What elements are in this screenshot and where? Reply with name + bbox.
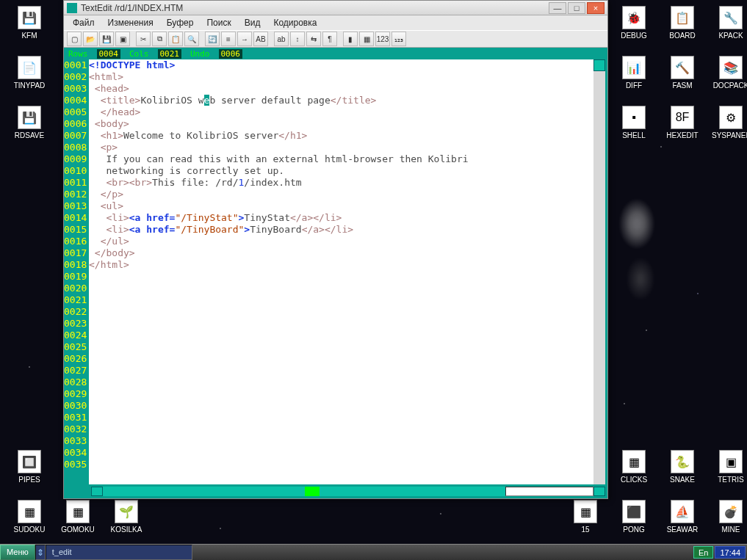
code-line[interactable]: networking is correctly set up.	[89, 165, 593, 177]
tray-lang[interactable]: En	[693, 546, 713, 559]
search-field[interactable]	[505, 487, 593, 496]
hscroll-thumb[interactable]	[305, 487, 320, 496]
new-button[interactable]: ▢	[67, 32, 82, 46]
desktop-icon-kpack[interactable]: 🔧KPACK	[709, 6, 747, 40]
desktop-icon-kosilka[interactable]: 🌱KOSILKA	[104, 500, 148, 534]
scroll-left-button[interactable]	[91, 487, 103, 496]
code-line[interactable]: <head>	[89, 83, 593, 95]
num2-button[interactable]: ₁₂₃	[391, 32, 406, 46]
code-line[interactable]	[89, 435, 593, 447]
replace-button[interactable]: 🔄	[205, 32, 220, 46]
copy-button[interactable]: ⧉	[152, 32, 167, 46]
desktop-icon-pong[interactable]: ⬛PONG	[612, 500, 656, 534]
desktop-icon-shell[interactable]: ▪SHELL	[612, 106, 656, 139]
code-line[interactable]: </ul>	[89, 236, 593, 247]
code-line[interactable]: <br><br>This file: /rd/1/index.htm	[89, 177, 593, 189]
code-line[interactable]	[89, 330, 593, 341]
syntax-button[interactable]: ≡	[221, 32, 236, 46]
code-area[interactable]: <!DOCTYPE html><html> <head> <title>Koli…	[89, 59, 593, 484]
color1-button[interactable]: ▮	[343, 32, 358, 46]
desktop-icon-hexedit[interactable]: 8FHEXEDIT	[660, 106, 704, 139]
upper-button[interactable]: AB	[253, 32, 268, 46]
desktop-icon-seawar[interactable]: ⛵SEAWAR	[660, 500, 704, 534]
code-line[interactable]	[89, 459, 593, 470]
code-line[interactable]: <body>	[89, 118, 593, 130]
taskbar-task[interactable]: t_edit	[46, 545, 192, 560]
desktop-icon-sudoku[interactable]: ▦SUDOKU	[7, 500, 51, 534]
lower-button[interactable]: ab	[274, 32, 289, 46]
code-line[interactable]	[89, 353, 593, 365]
code-line[interactable]	[89, 341, 593, 353]
code-line[interactable]: If you can read this with an external ht…	[89, 153, 593, 165]
desktop-icon-rdsave[interactable]: 💾RDSAVE	[7, 106, 51, 139]
select-all-button[interactable]: ▣	[115, 32, 130, 46]
close-button[interactable]: ×	[587, 2, 605, 14]
code-line[interactable]	[89, 377, 593, 388]
taskbar-arrows[interactable]: ⇕	[35, 545, 46, 560]
menu-Изменения[interactable]: Изменения	[108, 18, 154, 28]
desktop-icon-snake[interactable]: 🐍SNAKE	[660, 450, 704, 484]
code-line[interactable]: </body>	[89, 247, 593, 259]
desktop-icon-mine[interactable]: 💣MINE	[709, 500, 747, 534]
minimize-button[interactable]: —	[549, 2, 566, 14]
menu-Файл[interactable]: Файл	[73, 18, 95, 28]
desktop-icon-tinypad[interactable]: 📄TINYPAD	[7, 56, 51, 90]
code-line[interactable]: <p>	[89, 142, 593, 153]
desktop-icon-diff[interactable]: 📊DIFF	[612, 56, 656, 90]
code-line[interactable]	[89, 306, 593, 318]
code-line[interactable]	[89, 283, 593, 294]
titlebar[interactable]: TextEdit /rd/1/INDEX.HTM — □ ×	[64, 1, 607, 15]
cut-button[interactable]: ✂	[136, 32, 151, 46]
code-line[interactable]: <html>	[89, 71, 593, 83]
toggle-button[interactable]: ⇆	[306, 32, 321, 46]
code-line[interactable]	[89, 412, 593, 423]
num1-button[interactable]: 123	[375, 32, 390, 46]
desktop-icon-tetris[interactable]: ▣TETRIS	[709, 450, 747, 484]
code-line[interactable]	[89, 423, 593, 435]
code-line[interactable]: <li><a href="/TinyBoard">TinyBoard</a></…	[89, 224, 593, 236]
menu-Вид[interactable]: Вид	[245, 18, 261, 28]
desktop-icon-board[interactable]: 📋BOARD	[660, 6, 704, 40]
code-line[interactable]: <!DOCTYPE html>	[89, 59, 593, 71]
find-button[interactable]: 🔍	[184, 32, 199, 46]
menu-Кодировка[interactable]: Кодировка	[273, 18, 317, 28]
hscroll-track[interactable]	[103, 487, 505, 496]
open-button[interactable]: 📂	[83, 32, 98, 46]
desktop-icon-15[interactable]: ▦15	[563, 500, 607, 534]
code-line[interactable]	[89, 388, 593, 400]
code-line[interactable]	[89, 294, 593, 306]
code-line[interactable]: </head>	[89, 106, 593, 118]
pilcrow-button[interactable]: ¶	[322, 32, 337, 46]
start-menu-button[interactable]: Меню	[0, 545, 35, 560]
vertical-scrollbar[interactable]	[593, 59, 605, 484]
desktop-icon-pipes[interactable]: 🔲PIPES	[7, 450, 51, 484]
desktop-icon-debug[interactable]: 🐞DEBUG	[612, 6, 656, 40]
invert-button[interactable]: ↕	[290, 32, 305, 46]
save-button[interactable]: 💾	[99, 32, 114, 46]
scroll-track[interactable]	[593, 71, 605, 484]
code-line[interactable]	[89, 365, 593, 377]
scroll-right-button[interactable]	[593, 487, 605, 496]
paste-button[interactable]: 📋	[168, 32, 183, 46]
code-line[interactable]: <li><a href="/TinyStat">TinyStat</a></li…	[89, 212, 593, 224]
code-line[interactable]	[89, 400, 593, 412]
code-line[interactable]: <title>KolibriOS web server default page…	[89, 95, 593, 106]
desktop-icon-fasm[interactable]: 🔨FASM	[660, 56, 704, 90]
code-line[interactable]	[89, 447, 593, 459]
desktop-icon-gomoku[interactable]: ▦GOMOKU	[56, 500, 100, 534]
menu-Поиск[interactable]: Поиск	[206, 18, 231, 28]
tray-time[interactable]: 17:44	[715, 546, 746, 559]
code-line[interactable]: </p>	[89, 189, 593, 200]
color2-button[interactable]: ▦	[359, 32, 374, 46]
desktop-icon-clicks[interactable]: ▦CLICKS	[612, 450, 656, 484]
code-line[interactable]	[89, 271, 593, 283]
goto-button[interactable]: →	[237, 32, 252, 46]
code-line[interactable]: </html>	[89, 259, 593, 271]
maximize-button[interactable]: □	[568, 2, 585, 14]
menu-Буфер[interactable]: Буфер	[167, 18, 194, 28]
scroll-up-button[interactable]	[593, 59, 605, 71]
desktop-icon-kfm[interactable]: 💾KFM	[7, 6, 51, 40]
code-line[interactable]	[89, 318, 593, 330]
code-line[interactable]: <ul>	[89, 200, 593, 212]
desktop-icon-docpack[interactable]: 📚DOCPACK	[709, 56, 747, 90]
